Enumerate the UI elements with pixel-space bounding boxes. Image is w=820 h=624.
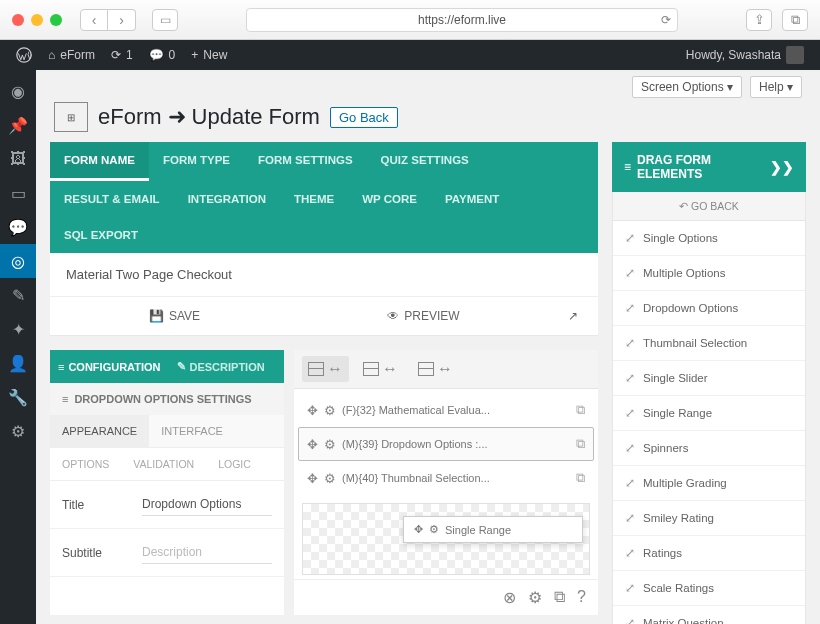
tab-quiz-settings[interactable]: QUIZ SETTINGS bbox=[367, 142, 483, 181]
close-window-icon[interactable] bbox=[12, 14, 24, 26]
menu-tools[interactable]: 🔧 bbox=[0, 380, 36, 414]
drop-zone[interactable]: ✥ ⚙ Single Range bbox=[302, 503, 590, 575]
comments-link[interactable]: 💬 0 bbox=[141, 40, 184, 70]
palette-item-single-range[interactable]: ⤢Single Range bbox=[613, 396, 805, 431]
layout-half[interactable]: ↔ bbox=[357, 356, 404, 382]
palette-item-smiley-rating[interactable]: ⤢Smiley Rating bbox=[613, 501, 805, 536]
menu-eform[interactable]: ◎ bbox=[0, 244, 36, 278]
tab-theme[interactable]: THEME bbox=[280, 181, 348, 217]
expand-icon: ⤢ bbox=[625, 371, 635, 385]
share-button[interactable]: ⇪ bbox=[746, 9, 772, 31]
menu-comments[interactable]: 💬 bbox=[0, 210, 36, 244]
subtitle-input[interactable] bbox=[142, 541, 272, 564]
expand-icon: ⤢ bbox=[625, 546, 635, 560]
palette-item-single-options[interactable]: ⤢Single Options bbox=[613, 221, 805, 256]
copy-icon[interactable]: ⧉ bbox=[576, 470, 585, 486]
layout-full[interactable]: ↔ bbox=[302, 356, 349, 382]
form-name-input[interactable] bbox=[50, 253, 598, 297]
screen-options-button[interactable]: Screen Options ▾ bbox=[632, 76, 742, 98]
subtab-interface[interactable]: INTERFACE bbox=[149, 415, 235, 447]
palette-item-matrix-question[interactable]: ⤢Matrix Question bbox=[613, 606, 805, 624]
menu-appearance[interactable]: ✎ bbox=[0, 278, 36, 312]
palette-item-multiple-grading[interactable]: ⤢Multiple Grading bbox=[613, 466, 805, 501]
help-icon[interactable]: ? bbox=[577, 588, 586, 607]
save-button[interactable]: 💾SAVE bbox=[50, 297, 299, 335]
dragging-element[interactable]: ✥ ⚙ Single Range bbox=[403, 516, 583, 543]
palette-item-single-slider[interactable]: ⤢Single Slider bbox=[613, 361, 805, 396]
undo-icon: ↶ bbox=[679, 200, 691, 212]
updates-link[interactable]: ⟳ 1 bbox=[103, 40, 141, 70]
user-menu[interactable]: Howdy, Swashata bbox=[678, 40, 812, 70]
tab-configuration[interactable]: ≡CONFIGURATION bbox=[50, 350, 169, 383]
copy-icon[interactable]: ⧉ bbox=[554, 588, 565, 607]
subtab-appearance[interactable]: APPEARANCE bbox=[50, 415, 149, 447]
layout-third[interactable]: ↔ bbox=[412, 356, 459, 382]
external-link-button[interactable]: ↗ bbox=[548, 297, 598, 335]
menu-dashboard[interactable]: ◉ bbox=[0, 74, 36, 108]
home-link[interactable]: ⌂ eForm bbox=[40, 40, 103, 70]
subtab-validation[interactable]: VALIDATION bbox=[121, 448, 206, 480]
collapse-icon[interactable]: ❯❯ bbox=[770, 159, 794, 175]
tab-form-type[interactable]: FORM TYPE bbox=[149, 142, 244, 181]
palette-item-scale-ratings[interactable]: ⤢Scale Ratings bbox=[613, 571, 805, 606]
canvas-element[interactable]: ✥ ⚙ (M){40} Thumbnail Selection... ⧉ bbox=[298, 461, 594, 495]
copy-icon[interactable]: ⧉ bbox=[576, 436, 585, 452]
subtab-options[interactable]: OPTIONS bbox=[50, 448, 121, 480]
menu-posts[interactable]: 📌 bbox=[0, 108, 36, 142]
palette-item-thumbnail-selection[interactable]: ⤢Thumbnail Selection bbox=[613, 326, 805, 361]
palette-item-dropdown-options[interactable]: ⤢Dropdown Options bbox=[613, 291, 805, 326]
minimize-window-icon[interactable] bbox=[31, 14, 43, 26]
site-name: eForm bbox=[60, 48, 95, 62]
menu-media[interactable]: 🖼 bbox=[0, 142, 36, 176]
grid-icon bbox=[308, 362, 324, 376]
palette-item-label: Single Slider bbox=[643, 372, 708, 384]
comment-icon: 💬 bbox=[149, 48, 164, 62]
menu-plugins[interactable]: ✦ bbox=[0, 312, 36, 346]
address-bar[interactable]: https://eform.live ⟳ bbox=[246, 8, 678, 32]
go-back-button[interactable]: Go Back bbox=[330, 107, 398, 128]
new-content-link[interactable]: + New bbox=[183, 40, 235, 70]
copy-icon[interactable]: ⧉ bbox=[576, 402, 585, 418]
form-canvas: ↔ ↔ ↔ ✥ ⚙ (F){32} Mathematical Evalua...… bbox=[294, 350, 598, 615]
tab-description[interactable]: ✎DESCRIPTION bbox=[169, 350, 285, 383]
menu-users[interactable]: 👤 bbox=[0, 346, 36, 380]
wp-admin-bar: ⌂ eForm ⟳ 1 💬 0 + New Howdy, Swashata bbox=[0, 40, 820, 70]
palette-item-spinners[interactable]: ⤢Spinners bbox=[613, 431, 805, 466]
reload-icon[interactable]: ⟳ bbox=[661, 13, 671, 27]
palette-go-back[interactable]: ↶ GO BACK bbox=[612, 192, 806, 221]
palette-item-ratings[interactable]: ⤢Ratings bbox=[613, 536, 805, 571]
subtab-logic[interactable]: LOGIC bbox=[206, 448, 263, 480]
tab-payment[interactable]: PAYMENT bbox=[431, 181, 513, 217]
page-title: eForm ➜ Update Form Go Back bbox=[98, 104, 398, 130]
sidebar-toggle-button[interactable]: ▭ bbox=[152, 9, 178, 31]
expand-icon: ⤢ bbox=[625, 476, 635, 490]
tab-sql-export[interactable]: SQL EXPORT bbox=[50, 217, 152, 253]
gear-icon: ⚙ bbox=[324, 437, 336, 452]
tab-form-settings[interactable]: FORM SETTINGS bbox=[244, 142, 367, 181]
palette-item-label: Thumbnail Selection bbox=[643, 337, 747, 349]
title-input[interactable] bbox=[142, 493, 272, 516]
back-button[interactable]: ‹ bbox=[80, 9, 108, 31]
palette-item-label: Smiley Rating bbox=[643, 512, 714, 524]
tab-result-email[interactable]: RESULT & EMAIL bbox=[50, 181, 174, 217]
gear-icon[interactable]: ⚙ bbox=[528, 588, 542, 607]
go-back-label: GO BACK bbox=[691, 200, 739, 212]
app-name: eForm bbox=[98, 104, 162, 130]
forward-button[interactable]: › bbox=[108, 9, 136, 31]
help-button[interactable]: Help ▾ bbox=[750, 76, 802, 98]
tab-wp-core[interactable]: WP CORE bbox=[348, 181, 431, 217]
tabs-button[interactable]: ⧉ bbox=[782, 9, 808, 31]
menu-pages[interactable]: ▭ bbox=[0, 176, 36, 210]
tab-form-name[interactable]: FORM NAME bbox=[50, 142, 149, 181]
palette-item-multiple-options[interactable]: ⤢Multiple Options bbox=[613, 256, 805, 291]
canvas-element[interactable]: ✥ ⚙ (M){39} Dropdown Options :... ⧉ bbox=[298, 427, 594, 461]
grid-icon bbox=[363, 362, 379, 376]
delete-icon[interactable]: ⊗ bbox=[503, 588, 516, 607]
move-icon: ✥ bbox=[307, 471, 318, 486]
wp-logo-icon[interactable] bbox=[8, 40, 40, 70]
canvas-element[interactable]: ✥ ⚙ (F){32} Mathematical Evalua... ⧉ bbox=[298, 393, 594, 427]
maximize-window-icon[interactable] bbox=[50, 14, 62, 26]
menu-settings[interactable]: ⚙ bbox=[0, 414, 36, 448]
tab-integration[interactable]: INTEGRATION bbox=[174, 181, 280, 217]
preview-button[interactable]: 👁PREVIEW bbox=[299, 297, 548, 335]
